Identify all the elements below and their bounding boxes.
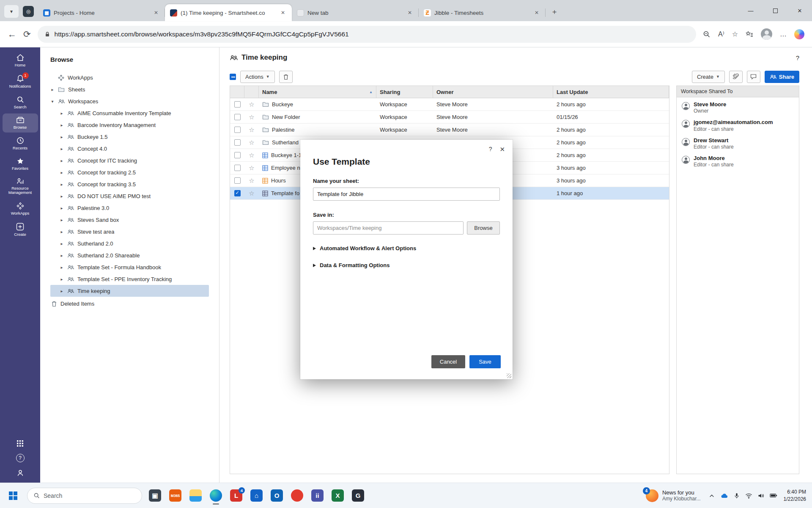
- workspace-item[interactable]: ▸Steves Sand box: [50, 214, 219, 226]
- settings-ellipsis-icon[interactable]: …: [780, 30, 787, 38]
- rail-item-notifications[interactable]: 1 Notifications: [3, 72, 38, 91]
- save-button[interactable]: Save: [469, 355, 501, 368]
- workspace-item[interactable]: ▸Template Set - Formula Handbook: [50, 261, 219, 273]
- star-icon[interactable]: ☆: [249, 152, 254, 159]
- profile-avatar[interactable]: [761, 28, 772, 40]
- chevron-right-icon[interactable]: ▸: [60, 135, 64, 139]
- create-button[interactable]: Create▼: [692, 71, 725, 83]
- minimize-button[interactable]: —: [738, 0, 763, 21]
- rail-item-resource-management[interactable]: Resource Management: [3, 175, 38, 198]
- tab-close-icon[interactable]: ✕: [152, 9, 160, 17]
- tree-item-workspaces[interactable]: ▾ Workspaces: [50, 95, 219, 107]
- select-all-checkbox[interactable]: [230, 74, 236, 80]
- dialog-help-icon[interactable]: ?: [489, 146, 492, 153]
- volume-icon[interactable]: [758, 493, 764, 499]
- sheet-name-input[interactable]: [313, 188, 500, 201]
- chevron-right-icon[interactable]: ▸: [60, 253, 64, 258]
- taskbar-search[interactable]: Search: [27, 488, 142, 504]
- tab-close-icon[interactable]: ✕: [406, 9, 414, 17]
- comments-button[interactable]: [747, 71, 760, 83]
- shared-member[interactable]: John MooreEditor - can share: [677, 151, 799, 169]
- chevron-right-icon[interactable]: ▸: [60, 218, 64, 222]
- wifi-icon[interactable]: [745, 493, 752, 499]
- workspace-item[interactable]: ▸Concept for tracking 2.5: [50, 166, 219, 178]
- workspace-item[interactable]: ▸Steve test area: [50, 226, 219, 237]
- row-checkbox[interactable]: [234, 101, 241, 108]
- l-app-icon[interactable]: L4: [230, 489, 242, 502]
- table-row[interactable]: ☆ New Folder Workspace Steve Moore 01/15…: [230, 111, 669, 124]
- url-field[interactable]: https://app.smartsheet.com/browse/worksp…: [38, 26, 696, 43]
- column-header-last-update[interactable]: Last Update: [553, 86, 669, 98]
- m365-icon[interactable]: M365: [169, 489, 181, 502]
- shared-member[interactable]: jgomez@aimeautomation.comEditor - can sh…: [677, 115, 799, 133]
- workspace-item[interactable]: ▸Concept for tracking 3.5: [50, 178, 219, 190]
- workspace-item[interactable]: ▸Barcode Inventory Management: [50, 119, 219, 131]
- cancel-button[interactable]: Cancel: [431, 355, 465, 368]
- microphone-icon[interactable]: [734, 492, 740, 499]
- chevron-up-icon[interactable]: [709, 493, 715, 498]
- news-widget[interactable]: 4 News for youAmy Klobuchar...: [646, 489, 701, 502]
- row-checkbox[interactable]: [234, 177, 241, 184]
- zoom-icon[interactable]: [703, 30, 710, 38]
- chevron-right-icon[interactable]: ▸: [50, 87, 55, 92]
- account-icon[interactable]: [16, 469, 24, 477]
- star-icon[interactable]: ☆: [249, 113, 254, 121]
- outlook-icon[interactable]: O: [271, 489, 283, 502]
- window-app-icon[interactable]: ▣: [149, 489, 161, 502]
- chevron-right-icon[interactable]: ▸: [60, 123, 64, 127]
- g-app-icon[interactable]: G: [352, 489, 364, 502]
- edge-icon[interactable]: [210, 489, 222, 502]
- dialog-close-icon[interactable]: ✕: [499, 146, 505, 153]
- chevron-right-icon[interactable]: ▸: [60, 194, 64, 199]
- row-checkbox[interactable]: [234, 165, 241, 171]
- tab-jibble[interactable]: Ƶ Jibble - Timesheets ✕: [419, 4, 546, 21]
- help-icon[interactable]: ?: [16, 454, 25, 462]
- workspace-item-selected[interactable]: ▸Time keeping: [50, 285, 209, 297]
- chevron-right-icon[interactable]: ▸: [60, 170, 64, 175]
- rail-item-create[interactable]: Create: [3, 220, 38, 240]
- column-header-owner[interactable]: Owner: [433, 86, 553, 98]
- column-header-name[interactable]: Name▲: [259, 86, 376, 98]
- refresh-icon[interactable]: ⟳: [23, 29, 31, 39]
- new-tab-button[interactable]: ＋: [548, 5, 561, 18]
- resize-handle[interactable]: [507, 373, 511, 378]
- tab-search-chevron-icon[interactable]: ▾: [4, 5, 19, 18]
- window-close-button[interactable]: ✕: [787, 0, 812, 21]
- rail-item-search[interactable]: Search: [3, 93, 38, 112]
- chevron-right-icon[interactable]: ▸: [60, 146, 64, 151]
- workflow-options-section[interactable]: Automated Workflow & Alert Options: [313, 245, 500, 251]
- rail-item-workapps[interactable]: WorkApps: [3, 199, 38, 218]
- microsoft-store-icon[interactable]: ⌂: [250, 489, 263, 502]
- tab-timekeeping-active[interactable]: (1) Time keeping - Smartsheet.co ✕: [165, 4, 292, 21]
- star-icon[interactable]: ☆: [249, 126, 254, 134]
- chevron-right-icon[interactable]: ▸: [60, 241, 64, 246]
- chevron-right-icon[interactable]: ▸: [60, 111, 64, 116]
- file-explorer-icon[interactable]: [189, 489, 202, 502]
- star-icon[interactable]: ☆: [249, 164, 254, 172]
- chevron-right-icon[interactable]: ▸: [60, 158, 64, 163]
- chevron-right-icon[interactable]: ▸: [60, 229, 64, 234]
- share-button[interactable]: Share: [765, 71, 799, 83]
- chevron-right-icon[interactable]: ▸: [60, 182, 64, 187]
- favorite-star-icon[interactable]: ☆: [732, 30, 738, 38]
- apps-grid-icon[interactable]: [16, 440, 24, 447]
- chevron-down-icon[interactable]: ▾: [50, 99, 55, 104]
- rail-item-favorites[interactable]: Favorites: [3, 155, 38, 174]
- star-icon[interactable]: ☆: [249, 190, 254, 197]
- workspace-item[interactable]: ▸Concept 4.0: [50, 143, 219, 155]
- shared-member[interactable]: Steve MooreOwner: [677, 97, 799, 115]
- pinned-tab-icon[interactable]: ◎: [23, 6, 34, 17]
- red-browser-icon[interactable]: [291, 489, 303, 502]
- workspace-item[interactable]: ▸Template Set - PPE Inventory Tracking: [50, 273, 219, 285]
- table-row[interactable]: ☆ Buckeye Workspace Steve Moore 2 hours …: [230, 98, 669, 111]
- workspace-item[interactable]: ▸DO NOT USE AIME PMO test: [50, 190, 219, 202]
- row-checkbox[interactable]: [234, 152, 241, 158]
- column-header-sharing[interactable]: Sharing: [376, 86, 433, 98]
- tab-projects-home[interactable]: ▦ Projects - Home ✕: [38, 4, 165, 21]
- battery-icon[interactable]: [770, 493, 777, 498]
- start-button[interactable]: [6, 489, 20, 503]
- table-row[interactable]: ☆ Palestine Workspace Steve Moore 2 hour…: [230, 124, 669, 136]
- chevron-right-icon[interactable]: ▸: [60, 289, 64, 293]
- delete-button[interactable]: [279, 71, 293, 83]
- shared-member[interactable]: Drew StewartEditor - can share: [677, 133, 799, 151]
